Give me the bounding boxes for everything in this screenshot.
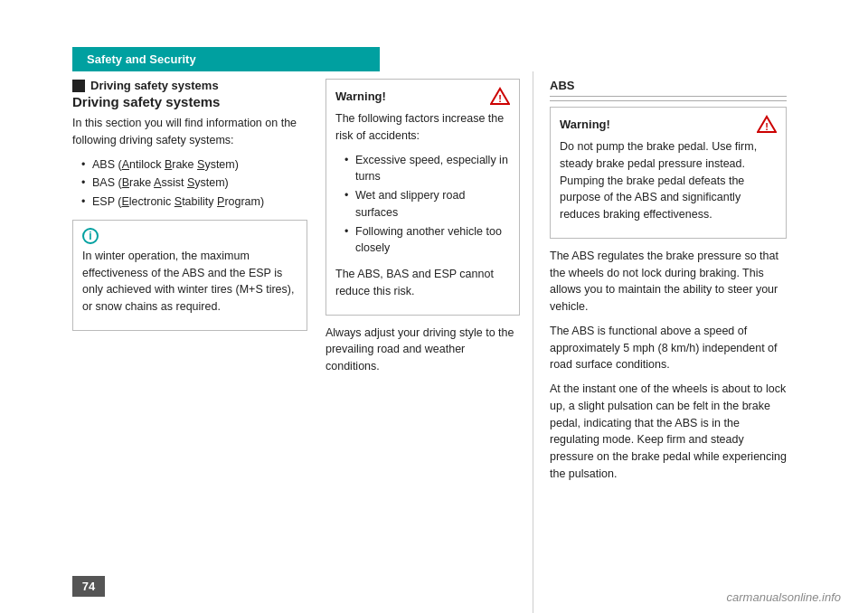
abs-divider — [550, 100, 787, 101]
always-text: Always adjust your driving style to the … — [326, 325, 520, 375]
section-heading: Driving safety systems — [72, 94, 307, 109]
warning-box-1: Warning! ! The following factors increas… — [326, 79, 520, 316]
svg-text:!: ! — [765, 121, 769, 132]
header-title: Safety and Security — [87, 52, 196, 66]
black-square-icon — [72, 80, 85, 92]
warning-bullet-2: Wet and slippery road surfaces — [344, 187, 510, 222]
warning-bullet-3: Following another vehicle too closely — [344, 223, 510, 258]
intro-text: In this section you will find informatio… — [72, 115, 307, 149]
info-icon: i — [82, 228, 99, 244]
warning-title-1: Warning! — [335, 90, 386, 103]
right-column: ABS Warning! ! Do not pump the brake ped… — [533, 71, 787, 613]
warning-footer: The ABS, BAS and ESP cannot reduce this … — [335, 266, 510, 300]
svg-text:!: ! — [498, 93, 502, 104]
abs-body-2: The ABS is functional above a speed of a… — [550, 323, 787, 373]
warning-header-1: Warning! ! — [335, 87, 510, 105]
list-item-abs: ABS (Antilock Brake System) — [81, 156, 307, 174]
warning-intro: The following factors increase the risk … — [335, 110, 510, 145]
abs-body-3: At the instant one of the wheels is abou… — [550, 381, 787, 483]
warning-bullets: Excessive speed, especially in turns Wet… — [335, 152, 510, 258]
warning-triangle-icon-2: ! — [757, 115, 777, 133]
info-box: i In winter operation, the maximum effec… — [72, 220, 307, 331]
page-container: Safety and Security Driving safety syste… — [0, 0, 868, 613]
page-number: 74 — [72, 576, 105, 597]
middle-column: Warning! ! The following factors increas… — [326, 71, 533, 613]
abs-body-1: The ABS regulates the brake pressure so … — [550, 248, 787, 316]
warning-box-2: Warning! ! Do not pump the brake pedal. … — [550, 107, 787, 239]
header-bar: Safety and Security — [72, 47, 380, 71]
left-column: Driving safety systems Driving safety sy… — [72, 71, 326, 613]
info-text: In winter operation, the maximum effecti… — [82, 248, 297, 316]
warning-title-2: Warning! — [560, 118, 610, 131]
list-item-bas: BAS (Brake Assist System) — [81, 174, 307, 192]
subsection-label: Driving safety systems — [72, 79, 307, 92]
watermark: carmanualsonline.info — [727, 590, 841, 604]
main-content: Driving safety systems Driving safety sy… — [0, 71, 868, 613]
warning-triangle-icon-1: ! — [490, 87, 510, 105]
warning2-text: Do not pump the brake pedal. Use firm, s… — [560, 138, 777, 223]
list-item-esp: ESP (Electronic Stability Program) — [81, 193, 307, 211]
warning-header-2: Warning! ! — [560, 115, 777, 133]
info-icon-row: i — [82, 228, 297, 244]
abs-title: ABS — [550, 79, 787, 97]
systems-list: ABS (Antilock Brake System) BAS (Brake A… — [72, 156, 307, 211]
warning-bullet-1: Excessive speed, especially in turns — [344, 152, 510, 186]
